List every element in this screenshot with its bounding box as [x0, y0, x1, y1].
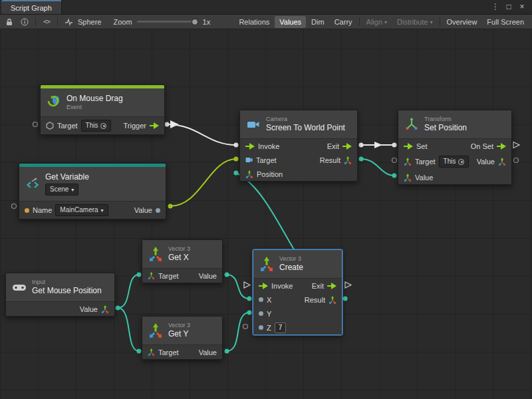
node-on-mouse-drag[interactable]: On Mouse Drag Event Target This T	[40, 84, 165, 135]
flow-pin-empty[interactable]	[513, 142, 519, 148]
port-pin[interactable]	[137, 349, 142, 354]
node-category: Vector 3	[168, 322, 190, 329]
values-button[interactable]: Values	[275, 16, 306, 28]
graph-owner-icon	[63, 16, 74, 28]
port-pin[interactable]	[359, 157, 364, 162]
port-pin[interactable]	[225, 349, 229, 354]
port-exit[interactable]: Exit	[327, 142, 352, 150]
port-pin[interactable]	[116, 306, 120, 311]
node-get-variable[interactable]: Get Variable Scene ▾ Name MainCamera ▾	[19, 163, 166, 219]
port-pin[interactable]	[168, 204, 173, 209]
port-pin[interactable]	[343, 297, 348, 301]
port-pin-empty[interactable]	[33, 122, 38, 127]
vector3-type-icon	[101, 305, 109, 313]
port-pin-empty[interactable]	[514, 158, 519, 163]
relations-button[interactable]: Relations	[234, 16, 274, 28]
camera-type-icon	[245, 156, 253, 164]
zoom-slider-handle[interactable]	[192, 19, 198, 25]
port-pin[interactable]	[165, 122, 170, 127]
align-button[interactable]: Align▾	[362, 16, 392, 28]
port-pin-empty[interactable]	[392, 158, 397, 163]
vector3-type-icon	[344, 156, 352, 164]
port-pin[interactable]	[392, 143, 397, 148]
node-set-position[interactable]: Transform Set Position Set On Set	[398, 110, 512, 185]
vector3-type-icon	[329, 296, 336, 304]
zoom-slider-track[interactable]	[137, 21, 198, 23]
node-header: Input Get Mouse Position	[6, 273, 114, 302]
port-pin[interactable]	[137, 273, 142, 277]
wire-result-to-value[interactable]	[361, 159, 394, 176]
port-pin[interactable]	[234, 157, 239, 162]
port-x[interactable]: X	[259, 296, 271, 304]
z-value-input[interactable]: 7	[275, 323, 287, 333]
node-screen-to-world-point[interactable]: Camera Screen To World Point Invoke Exit	[239, 110, 358, 182]
graph-owner-label[interactable]: Sphere	[78, 18, 101, 26]
info-icon[interactable]	[19, 16, 31, 28]
port-z[interactable]: Z 7	[259, 323, 286, 333]
port-trigger[interactable]: Trigger	[124, 122, 159, 130]
port-target[interactable]: Target This	[46, 120, 111, 132]
wire-variable-to-target[interactable]	[170, 159, 236, 206]
port-invoke[interactable]: Invoke	[259, 282, 293, 290]
vector3-type-icon	[148, 348, 155, 356]
port-name[interactable]: Name MainCamera ▾	[25, 204, 108, 216]
port-y[interactable]: Y	[259, 310, 271, 318]
overview-button[interactable]: Overview	[442, 16, 482, 28]
port-value[interactable]: Value	[199, 348, 217, 356]
port-target[interactable]: Target	[148, 272, 179, 280]
graph-canvas[interactable]: On Mouse Drag Event Target This T	[0, 29, 532, 399]
port-value[interactable]: Value	[134, 206, 160, 214]
wire-mouse-to-gety[interactable]	[118, 308, 139, 351]
flow-pin-empty[interactable]	[345, 282, 351, 288]
port-pin[interactable]	[392, 174, 397, 178]
close-icon[interactable]: ×	[516, 1, 528, 13]
port-pin[interactable]	[234, 171, 239, 176]
port-pin[interactable]	[359, 143, 364, 148]
wire-mouse-to-getx[interactable]	[118, 275, 139, 308]
port-on-set[interactable]: On Set	[471, 142, 506, 150]
flow-arrow-icon	[259, 283, 268, 289]
port-target[interactable]: Target	[148, 348, 179, 356]
distribute-button[interactable]: Distribute▾	[392, 16, 437, 28]
dropdown-caret-icon: ▾	[384, 20, 387, 25]
port-value-out[interactable]: Value	[477, 158, 506, 166]
this-chip[interactable]: This	[81, 120, 112, 132]
port-exit[interactable]: Exit	[312, 282, 336, 290]
zoom-slider[interactable]	[137, 16, 198, 28]
port-target[interactable]: Target This	[404, 156, 469, 168]
toolbar-buttons: Relations Values Dim Carry Align▾ Distri…	[234, 16, 529, 28]
full-screen-button[interactable]: Full Screen	[482, 16, 529, 28]
variable-scope-dropdown[interactable]: Scene ▾	[45, 184, 78, 196]
port-value-in[interactable]: Value	[404, 174, 433, 182]
wire-trigger-to-invoke[interactable]	[167, 124, 236, 145]
flow-pin-empty[interactable]	[244, 282, 250, 288]
port-pin[interactable]	[234, 143, 239, 148]
port-value[interactable]: Value	[80, 305, 109, 313]
port-pin[interactable]	[247, 311, 252, 315]
this-chip[interactable]: This	[439, 156, 469, 168]
wire-gety-to-y[interactable]	[227, 313, 249, 351]
node-create-vector3[interactable]: Vector 3 Create Invoke Exit	[253, 249, 342, 335]
carry-button[interactable]: Carry	[330, 16, 357, 28]
variable-name-dropdown[interactable]: MainCamera ▾	[55, 204, 108, 216]
port-pin-empty[interactable]	[243, 325, 248, 329]
port-pin[interactable]	[247, 297, 252, 301]
port-result[interactable]: Result	[320, 156, 352, 164]
port-position[interactable]: Position	[245, 170, 283, 178]
port-target[interactable]: Target	[245, 156, 277, 164]
dim-button[interactable]: Dim	[307, 16, 329, 28]
node-get-x[interactable]: Vector 3 Get X Target Value	[142, 239, 223, 283]
maximize-icon[interactable]: □	[503, 1, 515, 13]
node-get-y[interactable]: Vector 3 Get Y Target Value	[142, 316, 223, 360]
tab-script-graph[interactable]: Script Graph	[1, 0, 62, 14]
port-pin-empty[interactable]	[12, 204, 17, 209]
port-set[interactable]: Set	[404, 142, 428, 150]
lock-icon[interactable]	[3, 16, 15, 28]
port-result[interactable]: Result	[305, 296, 336, 304]
port-invoke[interactable]: Invoke	[245, 142, 279, 150]
kebab-menu-icon[interactable]: ⋮	[489, 1, 501, 13]
code-preview-icon[interactable]: <>	[41, 16, 53, 28]
port-pin[interactable]	[225, 273, 229, 277]
node-get-mouse-position[interactable]: Input Get Mouse Position Value	[5, 273, 115, 317]
port-value[interactable]: Value	[199, 272, 217, 280]
